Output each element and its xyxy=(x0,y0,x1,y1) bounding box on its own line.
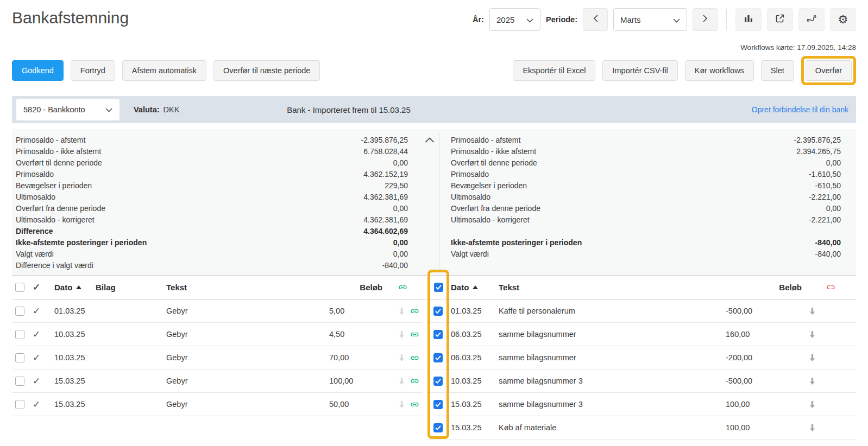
undo-button[interactable]: Fortryd xyxy=(71,60,115,81)
reconciled-check-icon: ✓ xyxy=(33,393,40,416)
chevron-down-icon xyxy=(526,15,533,24)
next-period-button[interactable] xyxy=(693,8,718,31)
transfer-next-period-button[interactable]: Overfør til næste periode xyxy=(213,60,320,81)
bank-header-text[interactable]: Tekst xyxy=(499,276,519,299)
month-select[interactable]: Marts xyxy=(613,8,687,31)
summary-row: Ultimosaldo-2.221,00 xyxy=(451,191,841,202)
summary-row: Overført til denne periode0,00 xyxy=(451,157,841,168)
check-icon: ✓ xyxy=(33,282,40,293)
row-checkbox-checked[interactable] xyxy=(433,330,443,339)
move-down-icon[interactable] xyxy=(809,393,816,416)
delete-button[interactable]: Slet xyxy=(761,60,794,81)
ledger-row[interactable]: ✓ 01.03.25 Gebyr 5,00 xyxy=(12,300,423,323)
move-down-icon[interactable] xyxy=(809,346,816,369)
link-icon[interactable] xyxy=(410,300,419,322)
open-external-button[interactable] xyxy=(767,8,793,31)
move-down-icon[interactable] xyxy=(398,346,405,369)
bank-row[interactable]: 10.03.25 samme bilagsnummer 3 -500,00 xyxy=(427,369,856,393)
select-all-checkbox[interactable] xyxy=(15,283,24,292)
link-icon[interactable] xyxy=(410,346,419,369)
row-checkbox-checked[interactable] xyxy=(433,307,443,316)
row-checkbox-checked[interactable] xyxy=(433,377,443,386)
chevron-up-icon xyxy=(425,136,435,145)
ledger-row[interactable]: ✓ 10.03.25 Gebyr 4,50 xyxy=(12,323,423,346)
summary-row: Primosaldo - afstemt-2.395.876,25 xyxy=(16,134,408,145)
auto-reconcile-button[interactable]: Afstem automatisk xyxy=(122,60,206,81)
period-label: Periode: xyxy=(546,15,577,24)
move-down-icon[interactable] xyxy=(398,323,405,346)
row-checkbox[interactable] xyxy=(15,307,24,316)
link-icon[interactable] xyxy=(410,323,419,346)
divider xyxy=(726,9,727,30)
row-checkbox[interactable] xyxy=(15,330,24,339)
ledger-row[interactable]: ✓ 15.03.25 Gebyr 50,00 xyxy=(12,393,423,416)
import-csv-button[interactable]: Importér CSV-fil xyxy=(602,60,677,81)
external-link-icon xyxy=(775,13,785,26)
bank-row[interactable]: 15.03.25 samme bilagsnummer 3 100,00 xyxy=(427,393,856,416)
move-down-icon[interactable] xyxy=(809,416,816,439)
toolbar-left-group: Godkend Fortryd Afstem automatisk Overfø… xyxy=(12,60,320,81)
bank-sort-date[interactable]: Dato xyxy=(451,276,478,299)
chevron-left-icon xyxy=(593,15,598,24)
ledger-row[interactable]: ✓ 10.03.25 Gebyr 70,00 xyxy=(12,346,423,369)
settings-button[interactable]: ⚙ xyxy=(830,8,856,31)
move-down-icon[interactable] xyxy=(398,393,405,416)
approve-button[interactable]: Godkend xyxy=(12,60,64,81)
bank-reconciliation-page: Bankafstemning År: 2025 Periode: Marts ⚙ xyxy=(0,0,868,446)
bank-row[interactable]: 06.03.25 samme bilagsnummer -200,00 xyxy=(427,346,856,369)
workflows-button[interactable] xyxy=(798,8,825,31)
link-icon[interactable] xyxy=(410,393,419,416)
summary-row: Valgt værdi-840,00 xyxy=(451,248,841,259)
summary-row: Ultimosaldo - korrigeret4.362.381,69 xyxy=(16,214,408,225)
previous-period-button[interactable] xyxy=(583,8,608,31)
link-icon[interactable] xyxy=(410,369,419,392)
row-checkbox[interactable] xyxy=(15,400,24,409)
run-workflows-button[interactable]: Kør workflows xyxy=(685,60,754,81)
summary-row: Primosaldo-1.610,50 xyxy=(451,168,841,180)
chevron-down-icon xyxy=(673,15,680,24)
ledger-header-voucher[interactable]: Bilag xyxy=(96,276,116,299)
summary-row: Valgt værdi0,00 xyxy=(16,248,408,259)
bank-select-all[interactable] xyxy=(434,276,443,299)
export-excel-button[interactable]: Eksportér til Excel xyxy=(513,60,595,81)
account-select[interactable]: 5820 - Bankkonto xyxy=(16,99,119,120)
ledger-select-all[interactable] xyxy=(15,276,24,299)
bank-row[interactable]: 15.03.25 Køb af materiale 100,00 xyxy=(427,416,856,439)
bank-unmatch-action[interactable] xyxy=(826,276,835,299)
gear-icon: ⚙ xyxy=(838,13,848,26)
summary-row-empty xyxy=(451,225,841,237)
move-down-icon[interactable] xyxy=(398,369,405,392)
move-down-icon[interactable] xyxy=(809,369,816,392)
chart-button[interactable] xyxy=(735,8,762,31)
row-checkbox-checked[interactable] xyxy=(433,423,443,432)
collapse-summary-button[interactable] xyxy=(425,136,436,144)
row-checkbox-checked[interactable] xyxy=(433,353,443,362)
select-all-checkbox-checked[interactable] xyxy=(434,283,443,292)
year-select[interactable]: 2025 xyxy=(489,8,540,31)
summary-row: Overført fra denne periode0,00 xyxy=(16,202,408,214)
connect-bank-link[interactable]: Opret forbindelse til din bank xyxy=(752,105,848,114)
ledger-match-action[interactable] xyxy=(398,276,407,299)
chevron-down-icon xyxy=(105,105,112,114)
bank-header-amount[interactable]: Beløb xyxy=(726,276,802,299)
ledger-row[interactable]: ✓ 15.03.25 Gebyr 100,00 xyxy=(12,369,423,393)
broken-link-icon xyxy=(826,283,835,292)
summary-row: Ultimosaldo4.362.381,69 xyxy=(16,191,408,202)
transfer-button[interactable]: Overfør xyxy=(806,60,852,81)
row-checkbox[interactable] xyxy=(15,377,24,386)
summary-row: Primosaldo - ikke afstemt6.758.028,44 xyxy=(16,145,408,157)
tables-header: ✓ Dato Bilag Tekst Beløb Dato Tekst Belø… xyxy=(12,275,856,300)
period-controls: År: 2025 Periode: Marts ⚙ xyxy=(473,8,856,31)
move-down-icon[interactable] xyxy=(809,323,816,346)
row-checkbox-checked[interactable] xyxy=(433,400,443,409)
currency-value: DKK xyxy=(163,105,180,114)
ledger-sort-date[interactable]: Dato xyxy=(54,276,81,299)
reconciled-column-icon: ✓ xyxy=(33,276,40,299)
ledger-header-amount[interactable]: Beløb xyxy=(317,276,382,299)
bank-row[interactable]: 06.03.25 samme bilagsnummer 160,00 xyxy=(427,323,856,346)
ledger-header-text[interactable]: Tekst xyxy=(166,276,187,299)
move-down-icon[interactable] xyxy=(398,300,405,322)
row-checkbox[interactable] xyxy=(15,353,24,362)
bank-row[interactable]: 01.03.25 Kaffe til personalerum -500,00 xyxy=(427,300,856,323)
move-down-icon[interactable] xyxy=(809,300,816,322)
